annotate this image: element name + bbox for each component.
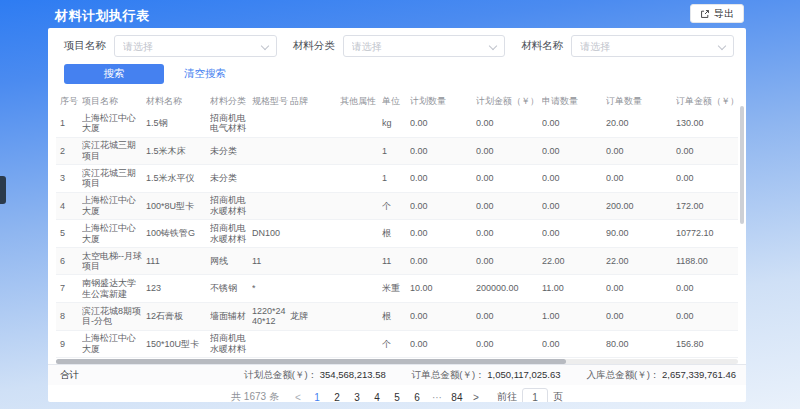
page-button-6[interactable]: 6 [409, 392, 425, 403]
table-cell: 1 [382, 173, 410, 184]
table-cell: 10772.10 [676, 228, 738, 239]
project-select[interactable] [114, 35, 277, 57]
material-name-select[interactable] [571, 35, 734, 57]
goto-suffix: 页 [553, 390, 563, 402]
table-cell: 90.00 [606, 228, 676, 239]
table-cell: 0.00 [676, 311, 738, 322]
column-header: 材料分类 [210, 96, 252, 107]
material-category-select-input[interactable] [344, 37, 505, 57]
material-name-select-input[interactable] [572, 37, 733, 57]
table-cell: 10.00 [410, 283, 476, 294]
table-row: 7南钢盛达大学生公寓新建123不锈钢*米重10.00200000.0011.00… [56, 275, 738, 303]
column-header: 其他属性 [340, 96, 382, 107]
table-cell: 0.00 [606, 311, 676, 322]
page-ellipsis: ··· [429, 392, 445, 403]
vertical-scrollbar-thumb[interactable] [740, 106, 744, 224]
data-table: 序号项目名称材料名称材料分类规格型号品牌其他属性单位计划数量计划金额（￥）申请数… [56, 92, 738, 358]
table-row: 9上海松江中心大厦150*10U型卡招商机电 水暖材料个0.000.000.00… [56, 331, 738, 359]
table-cell: 0.00 [606, 173, 676, 184]
table-cell: 123 [146, 283, 210, 294]
table-cell: 根 [382, 228, 410, 239]
table-cell: 米重 [382, 283, 410, 294]
table-row: 2滨江花城三期项目1.5米木床未分类10.000.000.000.000.00 [56, 138, 738, 166]
table-cell: kg [382, 118, 410, 129]
table-cell: 1 [56, 118, 82, 129]
content-card: 项目名称 材料分类 材料名称 [48, 28, 746, 402]
table-cell: 0.00 [476, 146, 542, 157]
sidebar-toggle-handle[interactable] [0, 176, 6, 204]
project-select-input[interactable] [115, 37, 276, 57]
table-cell: 3 [56, 173, 82, 184]
table-cell: 0.00 [542, 201, 606, 212]
table-cell: 0.00 [410, 173, 476, 184]
column-header: 计划金额（￥） [476, 96, 542, 107]
table-row: 3滨江花城三期项目1.5米水平仪未分类10.000.000.000.000.00 [56, 165, 738, 193]
summary-item-label: 入库总金额(￥)： [587, 369, 662, 380]
pagination-total: 共 1673 条 [231, 390, 279, 402]
table-cell: 上海松江中心大厦 [82, 333, 146, 354]
page-button-4[interactable]: 4 [369, 392, 385, 403]
table-cell: 0.00 [476, 118, 542, 129]
filter-material-name: 材料名称 [521, 35, 734, 57]
table-cell: 0.00 [542, 339, 606, 350]
table-cell: 南钢盛达大学生公寓新建 [82, 278, 146, 299]
summary-item: 订单总金额(￥)： 1,050,117,025.63 [412, 369, 561, 382]
table-cell: 2 [56, 146, 82, 157]
page-title: 材料计划执行表 [55, 7, 150, 25]
export-label: 导出 [714, 7, 734, 21]
search-button[interactable]: 搜索 [64, 64, 164, 84]
table-cell: 0.00 [606, 283, 676, 294]
horizontal-scrollbar [56, 359, 738, 364]
summary-item: 计划总金额(￥)： 354,568,213.58 [244, 369, 386, 382]
table-row: 8滨江花城8期项目-分包12石膏板墙面辅材1220*2440*12龙牌根0.00… [56, 303, 738, 331]
column-header: 序号 [56, 96, 82, 107]
material-category-select[interactable] [343, 35, 506, 57]
summary-item-label: 计划总金额(￥)： [244, 369, 319, 380]
clear-search-link[interactable]: 清空搜索 [184, 67, 226, 81]
summary-total-label: 合计 [60, 369, 79, 382]
page-button-2[interactable]: 2 [329, 392, 345, 403]
table-cell: 0.00 [676, 283, 738, 294]
table-cell: 不锈钢 [210, 283, 252, 294]
table-cell: 0.00 [542, 118, 606, 129]
prev-page-button[interactable]: < [291, 392, 305, 403]
table-cell: 7 [56, 283, 82, 294]
filter-label-project: 项目名称 [64, 39, 106, 53]
table-cell: 0.00 [676, 146, 738, 157]
table-cell: 0.00 [676, 173, 738, 184]
table-header-row: 序号项目名称材料名称材料分类规格型号品牌其他属性单位计划数量计划金额（￥）申请数… [56, 92, 738, 110]
table-cell: 个 [382, 201, 410, 212]
table-cell: 130.00 [676, 118, 738, 129]
table-cell: 5 [56, 228, 82, 239]
table-cell: 172.00 [676, 201, 738, 212]
table-cell: 上海松江中心大厦 [82, 195, 146, 216]
column-header: 项目名称 [82, 96, 146, 107]
table-cell: 滨江花城8期项目-分包 [82, 306, 146, 327]
page-button-1[interactable]: 1 [309, 392, 325, 403]
table-cell: 11.00 [542, 283, 606, 294]
table-cell: 200000.00 [476, 283, 542, 294]
page-button-84[interactable]: 84 [449, 392, 465, 403]
column-header: 申请数量 [542, 96, 606, 107]
table-cell: 0.00 [476, 256, 542, 267]
pagination-bar: 共 1673 条 < 123456···84 > 前往 页 [48, 385, 746, 402]
table-cell: 招商机电 水暖材料 [210, 195, 252, 216]
table-cell: 0.00 [410, 228, 476, 239]
table-cell: 22.00 [542, 256, 606, 267]
table-cell: 11 [382, 256, 410, 267]
table-cell: 0.00 [476, 311, 542, 322]
table-cell: 6 [56, 256, 82, 267]
table-cell: 0.00 [410, 118, 476, 129]
table-cell: 0.00 [542, 173, 606, 184]
goto-page-input[interactable] [522, 388, 548, 402]
page-button-5[interactable]: 5 [389, 392, 405, 403]
export-button[interactable]: 导出 [690, 4, 744, 23]
table-cell: 上海松江中心大厦 [82, 113, 146, 134]
page-button-3[interactable]: 3 [349, 392, 365, 403]
horizontal-scrollbar-thumb[interactable] [56, 359, 566, 364]
action-bar: 搜索 清空搜索 [48, 64, 746, 84]
next-page-button[interactable]: > [469, 392, 483, 403]
page-list: 123456···84 [309, 392, 465, 403]
table-cell: 22.00 [606, 256, 676, 267]
table-cell: 0.00 [410, 256, 476, 267]
